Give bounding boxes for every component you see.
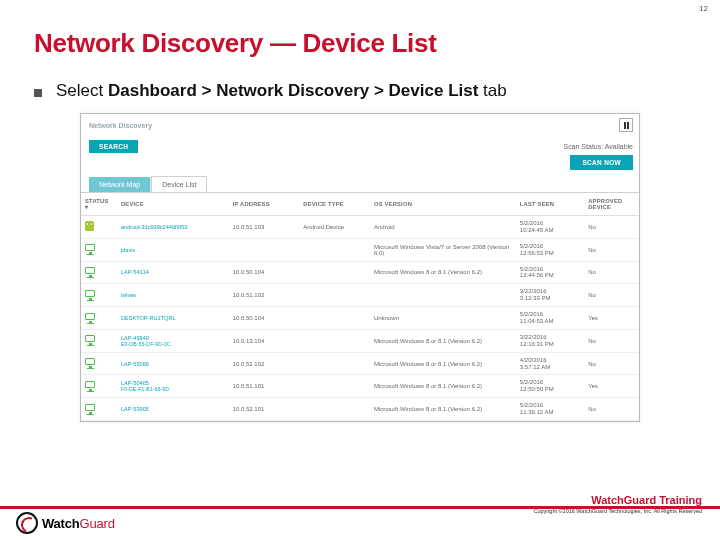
android-icon [85,221,94,231]
col-os[interactable]: OS VERSION [370,193,516,216]
seen-cell: 5/2/201610:24:45 AM [516,216,584,239]
approved-cell: No [584,352,639,375]
ip-cell: 10.0.51.102 [229,284,300,307]
seen-cell: 5/2/201612:56:53 PM [516,238,584,261]
monitor-icon [85,244,95,254]
watchguard-logo: WatchGuard [16,512,115,534]
device-link[interactable]: android-31c939c2446f9f52 [121,224,225,230]
col-status[interactable]: STATUS ▾ [81,193,117,216]
table-row: LAP-5390510.0.52.101Microsoft Windows 8 … [81,398,639,421]
page-number: 12 [699,4,708,13]
col-ip[interactable]: IP ADDRESS [229,193,300,216]
device-table: STATUS ▾ DEVICE IP ADDRESS DEVICE TYPE O… [81,193,639,421]
logo-icon [16,512,38,534]
approved-cell: No [584,329,639,352]
col-device[interactable]: DEVICE [117,193,229,216]
bullet-item: Select Dashboard > Network Discovery > D… [0,59,720,101]
col-approved[interactable]: APPROVED DEVICE [584,193,639,216]
table-row: android-31c939c2446f9f5210.0.51.103Andro… [81,216,639,239]
tab-network-map[interactable]: Network Map [89,177,151,192]
os-cell: Microsoft Windows 8 or 8.1 (Version 6.2) [370,329,516,352]
device-link[interactable]: LAP-54114 [121,269,225,275]
type-cell [299,375,370,398]
device-link[interactable]: lsilves [121,292,225,298]
os-cell [370,284,516,307]
bullet-icon [34,89,42,97]
search-button[interactable]: SEARCH [89,140,138,153]
os-cell: Microsoft Windows 8 or 8.1 (Version 6.2) [370,375,516,398]
panel-header: Network Discovery [81,114,639,140]
table-row: LAP-5411410.0.50.104Microsoft Windows 8 … [81,261,639,284]
scan-status: Scan Status: Available [563,143,633,150]
pause-button[interactable] [619,118,633,132]
type-cell: Android Device [299,216,370,239]
monitor-icon [85,313,95,323]
type-cell [299,284,370,307]
approved-cell: Yes [584,375,639,398]
approved-cell: No [584,238,639,261]
tab-bar: Network Map Device List [81,176,639,193]
col-type[interactable]: DEVICE TYPE [299,193,370,216]
seen-cell: 5/2/201611:36:12 AM [516,398,584,421]
os-cell: Microsoft Windows Vista/7 or Server 2008… [370,238,516,261]
bullet-suffix: tab [478,81,506,100]
os-cell: Unknown [370,307,516,330]
approved-cell: No [584,284,639,307]
bullet-path: Dashboard > Network Discovery > Device L… [108,81,478,100]
sort-icon: ▾ [85,204,88,210]
monitor-icon [85,335,95,345]
monitor-icon [85,290,95,300]
device-link[interactable]: DESKTOP-RU1TQRL [121,315,225,321]
ip-cell: 10.0.51.103 [229,216,300,239]
table-row: LAP-49940E0-DB-55-DF-9D-0C10.0.13.104Mic… [81,329,639,352]
seen-cell: 3/22/201612:16:31 PM [516,329,584,352]
training-label: WatchGuard Training [533,494,702,506]
breadcrumb: Network Discovery [89,122,152,129]
mac-address: E0-DB-55-DF-9D-0C [121,341,171,347]
seen-cell: 5/2/201612:44:56 PM [516,261,584,284]
bullet-prefix: Select [56,81,108,100]
table-row: DESKTOP-RU1TQRL10.0.50.104Unknown5/2/201… [81,307,639,330]
ip-cell: 10.0.50.104 [229,261,300,284]
type-cell [299,238,370,261]
os-cell: Microsoft Windows 8 or 8.1 (Version 6.2) [370,261,516,284]
monitor-icon [85,381,95,391]
os-cell: Microsoft Windows 8 or 8.1 (Version 6.2) [370,398,516,421]
seen-cell: 3/22/20163:12:33 PM [516,284,584,307]
ip-cell: 10.0.51.101 [229,375,300,398]
type-cell [299,352,370,375]
bullet-text: Select Dashboard > Network Discovery > D… [56,81,507,101]
type-cell [299,261,370,284]
os-cell: Android [370,216,516,239]
approved-cell: No [584,261,639,284]
seen-cell: 5/2/201612:50:50 PM [516,375,584,398]
ip-cell: 10.0.52.102 [229,352,300,375]
table-row: jdavisMicrosoft Windows Vista/7 or Serve… [81,238,639,261]
monitor-icon [85,358,95,368]
table-row: LAP-50405F0-DE-F1-B1-66-9D10.0.51.101Mic… [81,375,639,398]
tab-device-list[interactable]: Device List [151,176,207,192]
table-row: lsilves10.0.51.1023/22/20163:12:33 PMNo [81,284,639,307]
ip-cell: 10.0.52.101 [229,398,300,421]
seen-cell: 5/2/201611:04:53 AM [516,307,584,330]
os-cell: Microsoft Windows 8 or 8.1 (Version 6.2) [370,352,516,375]
ip-cell: 10.0.13.104 [229,329,300,352]
device-link[interactable]: LAP-53905 [121,406,225,412]
monitor-icon [85,267,95,277]
footer-bar: WatchGuard [0,506,720,540]
approved-cell: Yes [584,307,639,330]
type-cell [299,307,370,330]
device-link[interactable]: jdavis [121,247,225,253]
slide-title: Network Discovery — Device List [0,0,720,59]
type-cell [299,398,370,421]
logo-text: WatchGuard [42,516,115,531]
type-cell [299,329,370,352]
approved-cell: No [584,398,639,421]
scan-now-button[interactable]: SCAN NOW [570,155,633,170]
seen-cell: 4/20/20163:57:12 AM [516,352,584,375]
monitor-icon [85,404,95,414]
col-seen[interactable]: LAST SEEN [516,193,584,216]
device-link[interactable]: LAP-55066 [121,361,225,367]
ip-cell [229,238,300,261]
mac-address: F0-DE-F1-B1-66-9D [121,386,169,392]
